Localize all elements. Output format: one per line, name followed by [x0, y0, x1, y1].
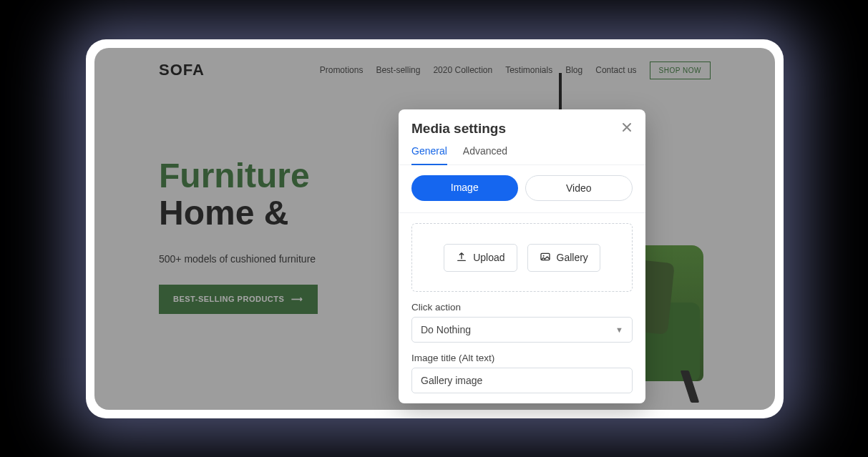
nav-promotions[interactable]: Promotions	[320, 65, 364, 75]
arrow-right-icon: ⟶	[291, 295, 303, 304]
shop-now-button[interactable]: SHOP NOW	[650, 62, 711, 79]
primary-nav: Promotions Best-selling 2020 Collection …	[320, 62, 711, 79]
upload-button[interactable]: Upload	[444, 244, 517, 272]
divider	[399, 212, 645, 213]
click-action-field: Click action Do Nothing ▼	[399, 292, 645, 343]
click-action-label: Click action	[411, 302, 633, 313]
device-frame: SOFA Promotions Best-selling 2020 Collec…	[86, 39, 784, 418]
site-topbar: SOFA Promotions Best-selling 2020 Collec…	[94, 48, 775, 79]
alt-text-field: Image title (Alt text)	[399, 343, 645, 393]
nav-best-selling[interactable]: Best-selling	[376, 65, 420, 75]
close-icon[interactable]	[621, 122, 633, 137]
upload-icon	[456, 251, 467, 265]
gallery-label: Gallery	[557, 252, 588, 263]
alt-text-input[interactable]	[411, 368, 633, 393]
svg-point-1	[542, 255, 544, 256]
nav-testimonials[interactable]: Testimonials	[505, 65, 552, 75]
chevron-down-icon: ▼	[615, 325, 623, 334]
click-action-value: Do Nothing	[421, 324, 471, 335]
modal-tabs: General Advanced	[399, 137, 645, 165]
hero-cta-button[interactable]: BEST-SELLING PRODUCTS ⟶	[159, 285, 318, 314]
nav-contact[interactable]: Contact us	[595, 65, 636, 75]
media-settings-modal: Media settings General Advanced Image Vi…	[399, 109, 645, 403]
site-logo: SOFA	[159, 61, 205, 79]
click-action-select[interactable]: Do Nothing ▼	[411, 317, 633, 343]
tab-general[interactable]: General	[411, 145, 447, 165]
nav-collection[interactable]: 2020 Collection	[433, 65, 492, 75]
media-type-image[interactable]: Image	[411, 175, 518, 201]
hero-cta-label: BEST-SELLING PRODUCTS	[173, 295, 284, 303]
media-type-segment: Image Video	[399, 165, 645, 211]
modal-title: Media settings	[411, 121, 506, 137]
gallery-icon	[540, 251, 551, 265]
tab-advanced[interactable]: Advanced	[463, 145, 507, 164]
nav-blog[interactable]: Blog	[565, 65, 582, 75]
modal-header: Media settings	[399, 109, 645, 137]
gallery-button[interactable]: Gallery	[527, 244, 600, 272]
media-dropzone[interactable]: Upload Gallery	[411, 223, 633, 292]
upload-label: Upload	[473, 252, 504, 263]
media-type-video[interactable]: Video	[525, 175, 633, 201]
alt-text-label: Image title (Alt text)	[411, 353, 633, 363]
